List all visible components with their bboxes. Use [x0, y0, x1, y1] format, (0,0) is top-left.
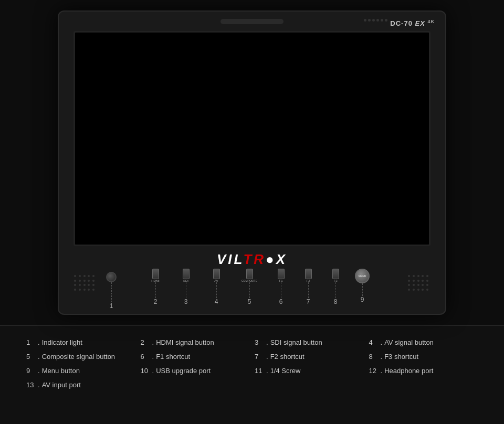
- legend-empty-15: [255, 381, 364, 389]
- f3-button[interactable]: [332, 269, 339, 279]
- legend-item-13: 13 . AV input port: [26, 381, 135, 389]
- legend-item-11: 11 . 1/4 Screw: [255, 367, 364, 375]
- legend-sep-3: .: [266, 338, 268, 346]
- av-button[interactable]: [213, 269, 220, 279]
- legend-sep-6: .: [152, 353, 154, 361]
- callout-line-5: [249, 282, 250, 298]
- legend-item-4: 4 . AV signal button: [369, 338, 478, 346]
- legend-sep-9: .: [38, 367, 40, 375]
- speaker-dot: [92, 275, 94, 277]
- legend-sep-2: .: [152, 338, 154, 346]
- top-dot: [381, 19, 383, 22]
- speaker-dot: [79, 275, 81, 277]
- speaker-dot: [426, 280, 428, 282]
- legend-item-1: 1 . Indicator light: [26, 338, 135, 346]
- monitor-section: DC-70 EX 4K VILTR●X: [0, 0, 504, 325]
- num-8: 8: [334, 298, 338, 305]
- speaker-dot: [74, 284, 76, 286]
- legend-num-4: 4: [369, 338, 381, 346]
- speaker-right: [406, 273, 432, 294]
- num-9: 9: [361, 296, 364, 303]
- legend-num-13: 13: [26, 381, 38, 389]
- legend-num-6: 6: [141, 353, 152, 361]
- speaker-dot: [83, 275, 86, 277]
- indicator-light-group: 1: [106, 272, 117, 310]
- callout-line-6: [281, 282, 281, 298]
- legend-desc-10: USB upgrade port: [156, 367, 211, 375]
- legend-item-8: 8 . F3 shortcut: [369, 353, 478, 361]
- legend-item-12: 12 . Headphone port: [369, 367, 478, 375]
- legend-empty-16: [369, 381, 478, 389]
- menu-btn-text: MENU: [359, 274, 366, 278]
- num-2: 2: [154, 298, 158, 305]
- legend-sep-5: .: [38, 353, 40, 361]
- top-dots: [364, 19, 387, 22]
- num-1: 1: [110, 302, 113, 310]
- top-dot: [364, 19, 366, 22]
- legend-desc-6: F1 shortcut: [156, 353, 190, 361]
- callout-line-8: [335, 282, 336, 298]
- legend-item-7: 7 . F2 shortcut: [255, 353, 364, 361]
- legend-num-8: 8: [369, 353, 381, 361]
- hdmi-button-group: HDMI 2: [140, 269, 171, 305]
- legend-sep-8: .: [381, 353, 383, 361]
- speaker-dot: [417, 289, 419, 291]
- monitor-body: DC-70 EX 4K VILTR●X: [58, 10, 446, 315]
- legend-num-3: 3: [255, 338, 266, 346]
- legend-num-12: 12: [369, 367, 381, 375]
- speaker-dot: [422, 284, 424, 286]
- callout-line-4: [216, 282, 217, 298]
- legend-item-3: 3 . SDI signal button: [255, 338, 364, 346]
- callout-line-2: [155, 282, 156, 298]
- legend-desc-13: AV input port: [42, 381, 81, 389]
- brand-logo: VILTR●X: [217, 251, 287, 268]
- f2-button[interactable]: [305, 269, 312, 279]
- legend-sep-12: .: [381, 367, 383, 375]
- legend-num-2: 2: [141, 338, 152, 346]
- composite-button-group: COMPOSITE 5: [232, 269, 267, 305]
- composite-button[interactable]: [246, 269, 253, 279]
- legend-desc-9: Menu button: [42, 367, 80, 375]
- speaker-dot: [426, 289, 428, 291]
- legend-desc-1: Indicator light: [42, 338, 82, 346]
- speaker-dot: [413, 289, 415, 291]
- speaker-dot: [74, 280, 76, 282]
- legend-num-11: 11: [255, 367, 266, 375]
- speaker-left: [72, 273, 98, 294]
- top-dot: [368, 19, 371, 22]
- legend-desc-2: HDMI signal button: [156, 338, 214, 346]
- callout-line-9: [362, 283, 363, 296]
- f1-button-group: F1 6: [267, 269, 295, 305]
- legend-sep-7: .: [266, 353, 268, 361]
- legend-desc-11: 1/4 Screw: [270, 367, 301, 375]
- legend-desc-4: AV signal button: [384, 338, 434, 346]
- legend-desc-3: SDI signal button: [270, 338, 322, 346]
- hdmi-button[interactable]: [152, 269, 159, 279]
- info-section: 1 . Indicator light 2 . HDMI signal butt…: [0, 326, 504, 424]
- speaker-dot: [79, 280, 81, 282]
- speaker-dot: [408, 289, 410, 291]
- speaker-dot: [426, 275, 428, 277]
- legend-sep-1: .: [38, 338, 40, 346]
- sdi-button[interactable]: [183, 269, 190, 279]
- legend-num-10: 10: [141, 367, 152, 375]
- top-handle: [59, 12, 445, 31]
- f2-button-group: F2 7: [295, 269, 322, 305]
- speaker-dot: [79, 284, 81, 286]
- legend-sep-4: .: [381, 338, 383, 346]
- legend-num-5: 5: [26, 353, 38, 361]
- legend-empty-14: [141, 381, 250, 389]
- speaker-dot: [422, 275, 424, 277]
- legend-sep-13: .: [38, 381, 40, 389]
- speaker-dot: [413, 284, 415, 286]
- speaker-dot: [413, 275, 415, 277]
- menu-button[interactable]: MENU: [355, 269, 370, 283]
- callout-line-1: [111, 282, 112, 302]
- speaker-dot: [422, 280, 424, 282]
- callout-line-7: [308, 282, 309, 298]
- f1-button[interactable]: [278, 269, 285, 279]
- callout-line-3: [186, 282, 186, 298]
- speaker-dot: [88, 280, 90, 282]
- speaker-dot: [92, 289, 94, 291]
- legend-desc-5: Composite signal button: [42, 353, 115, 361]
